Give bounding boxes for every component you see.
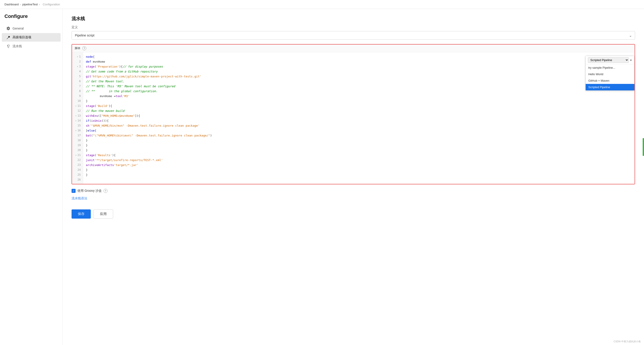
sidebar: Configure General 高级项目选项 (0, 9, 62, 345)
gear-icon (6, 27, 10, 31)
fold-arrow-13: ▾ (75, 115, 77, 117)
help-icon[interactable]: ? (82, 46, 86, 50)
code-line-16: } else { (86, 128, 632, 133)
code-area[interactable]: ▾1 2 ▾3 4 5 6 7 8 9 10 ▾11 12 ▾13 ▾14 15… (72, 52, 634, 184)
breadcrumb-current: Configuration (43, 3, 60, 6)
popup-item-scripted-pipeline[interactable]: Scripted Pipeline (586, 84, 634, 90)
sidebar-title: Configure (0, 14, 62, 24)
breadcrumb: Dashboard › pipelineTest › Configuration (0, 0, 644, 9)
code-line-17: bat("\"%MVN_HOME%\bin\mvn\" -Dmaven.test… (86, 133, 632, 138)
sidebar-label-general: General (12, 27, 24, 30)
sidebar-item-general[interactable]: General (2, 24, 60, 33)
definition-dropdown-wrapper: Pipeline script Pipeline script from SCM… (72, 31, 635, 40)
sidebar-label-pipeline: 流水线 (12, 44, 22, 48)
code-line-14: if (isUnix()) { (86, 118, 632, 123)
code-line-18: } (86, 138, 632, 143)
popup-item-hello-world[interactable]: Hello World (586, 71, 634, 77)
line-numbers: ▾1 2 ▾3 4 5 6 7 8 9 10 ▾11 12 ▾13 ▾14 15… (72, 52, 83, 184)
sidebar-item-advanced[interactable]: 高级项目选项 (2, 33, 60, 42)
code-line-2: def mvnHome (86, 59, 632, 64)
code-line-6: // Get the Maven tool. (86, 79, 632, 84)
section-title: 流水线 (72, 16, 635, 22)
chevron-down-small-icon: ▼ (630, 59, 632, 62)
code-line-19: } (86, 143, 632, 148)
fold-arrow-3: ▾ (77, 65, 78, 68)
code-line-20: } (86, 148, 632, 153)
code-line-22: junit '**/target/surefire-reports/TEST-*… (86, 158, 632, 162)
groovy-sandbox-label: 使用 Groovy 沙盒 (77, 189, 102, 193)
sidebar-item-pipeline[interactable]: 流水线 (2, 42, 60, 51)
fold-arrow-11: ▾ (75, 105, 77, 107)
code-line-24: } (86, 167, 632, 172)
hook-icon (6, 44, 10, 48)
code-content[interactable]: node { def mvnHome stage('Preparation') … (83, 52, 634, 184)
fold-arrow-21: ▾ (75, 154, 77, 156)
wrench-icon (6, 35, 10, 39)
dropdown-popup-header: Scripted Pipeline ▼ (586, 56, 634, 65)
popup-item-github-maven[interactable]: GitHub + Maven (586, 77, 634, 84)
groovy-sandbox-help-icon[interactable]: ? (104, 189, 108, 193)
code-line-23: archiveArtifacts 'target/*.jar' (86, 162, 632, 167)
sidebar-label-advanced: 高级项目选项 (12, 35, 31, 39)
code-line-12: // Run the maven build (86, 108, 632, 113)
fold-arrow-14: ▾ (75, 120, 77, 122)
code-line-3: stage('Preparation') { // for display pu… (86, 64, 632, 69)
code-line-10: } (86, 98, 632, 103)
pipeline-syntax-link[interactable]: 流水线语法 (72, 196, 87, 200)
code-line-15: sh '"$MVN_HOME/bin/mvn" -Dmaven.test.fai… (86, 123, 632, 128)
code-line-5: git 'https://github.com/jglick/simple-ma… (86, 74, 632, 79)
main-content: 流水线 定义 Pipeline script Pipeline script f… (62, 9, 644, 345)
code-line-7: // ** NOTE: This 'M3' Maven tool must be… (86, 84, 632, 89)
code-editor-container: 脚本 ? ▾1 2 ▾3 4 5 6 7 8 9 10 ▾11 12 ▾13 (72, 44, 635, 184)
apply-button[interactable]: 应用 (94, 209, 113, 219)
code-line-8: // ** in the global configuration. (86, 89, 632, 94)
popup-item-try-sample[interactable]: try sample Pipeline... (586, 65, 634, 71)
bottom-buttons: 保存 应用 (72, 206, 635, 222)
code-label: 脚本 (75, 46, 80, 50)
groovy-sandbox-checkbox[interactable] (72, 189, 76, 193)
breadcrumb-pipeline[interactable]: pipelineTest (22, 3, 38, 6)
breadcrumb-dashboard[interactable]: Dashboard (4, 3, 19, 6)
code-line-11: stage('Build') { (86, 103, 632, 108)
code-line-26 (86, 177, 632, 182)
watermark: CSDN 中努力成长的小鱼 (614, 340, 641, 343)
dropdown-popup-select[interactable]: Scripted Pipeline (588, 57, 629, 63)
definition-label: 定义 (72, 25, 635, 29)
code-line-21: stage('Results') { (86, 153, 632, 158)
groovy-sandbox-row: 使用 Groovy 沙盒 ? (72, 189, 635, 193)
code-line-1: node { (86, 54, 632, 59)
fold-arrow-1: ▾ (77, 56, 78, 58)
save-button[interactable]: 保存 (72, 209, 91, 219)
code-line-25: } (86, 172, 632, 177)
code-editor-header: 脚本 ? (72, 45, 634, 52)
scrollbar-indicator[interactable] (643, 138, 644, 156)
fold-arrow-16: ▾ (75, 129, 77, 132)
sample-dropdown-popup: Scripted Pipeline ▼ try sample Pipeline.… (586, 56, 634, 91)
definition-dropdown[interactable]: Pipeline script Pipeline script from SCM (72, 31, 635, 40)
code-line-4: // Get some code from a GitHub repositor… (86, 69, 632, 74)
code-line-13: withEnv(["MVN_HOME=$mvnHome"]) { (86, 113, 632, 118)
code-line-9: mvnHome = tool 'M3' (86, 94, 632, 98)
